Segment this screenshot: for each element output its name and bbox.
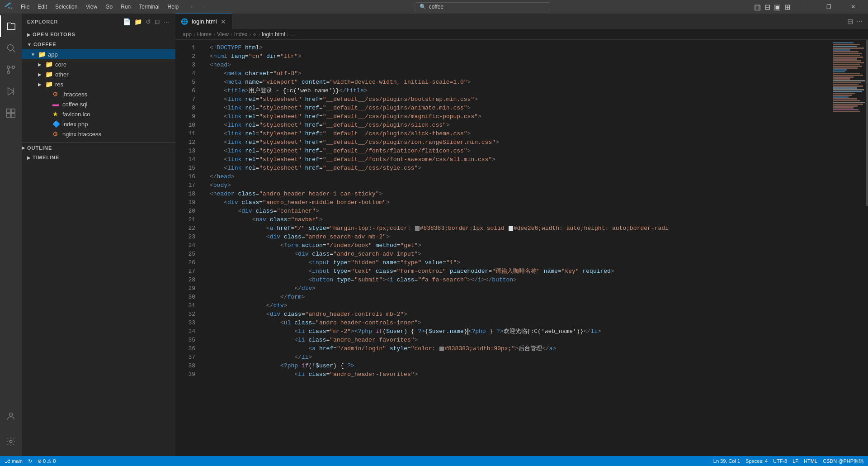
sidebar-item-index-php[interactable]: ▶ 🔷 index.php (22, 119, 175, 129)
menu-help[interactable]: Help (164, 3, 183, 11)
other-folder-icon: 📁 (45, 71, 52, 78)
line-ending-indicator[interactable]: LF (793, 458, 798, 464)
breadcrumb-ellipsis[interactable]: ... (291, 31, 295, 38)
line-9: <link rel="stylesheet" href="__default__… (210, 112, 832, 121)
activity-account[interactable] (0, 405, 22, 427)
timeline-section-header[interactable]: ▶ TIMELINE (22, 152, 175, 162)
language-indicator[interactable]: HTML (804, 458, 817, 464)
sidebar-item-res[interactable]: ▶ 📁 res (22, 79, 175, 89)
line-28: <button type="submit"><i class="fa fa-se… (210, 276, 832, 284)
sync-button[interactable]: ↻ (28, 458, 32, 464)
sidebar-item-favicon[interactable]: ▶ ★ favicon.ico (22, 109, 175, 119)
more-actions-button[interactable]: ··· (857, 17, 863, 25)
menu-bar: File Edit Selection View Go Run Terminal… (17, 3, 182, 11)
sidebar-item-nginx-htaccess[interactable]: ▶ ⚙ nginx.htaccess (22, 129, 175, 139)
line-7: <link rel="stylesheet" href="__default__… (210, 95, 832, 104)
menu-edit[interactable]: Edit (34, 3, 51, 11)
minimap (832, 40, 868, 456)
sidebar-item-htaccess[interactable]: ▶ ⚙ .htaccess (22, 89, 175, 99)
main-container: EXPLORER 📄 📁 ↺ ⊟ ··· ▶ OPEN EDITORS ▼ CO… (0, 14, 868, 456)
refresh-button[interactable]: ↺ (145, 17, 152, 26)
res-arrow: ▶ (38, 82, 45, 87)
titlebar: File Edit Selection View Go Run Terminal… (0, 0, 868, 14)
titlebar-actions: ▥ ⊟ ▣ ⊞ (754, 3, 790, 11)
core-arrow: ▶ (38, 62, 45, 67)
coffee-label: COFFEE (33, 42, 57, 47)
error-count[interactable]: ⊗ 0 ⚠ 0 (38, 458, 56, 464)
line-38: <?php if(!$user) { ?> (210, 361, 832, 370)
nginx-label: nginx.htaccess (62, 131, 101, 138)
sidebar-item-coffee-sql[interactable]: ▶ ▬ coffee.sql (22, 99, 175, 109)
collapse-button[interactable]: ⊟ (154, 17, 161, 26)
breadcrumb-home[interactable]: Home (197, 31, 212, 38)
tab-login-html[interactable]: 🌐 login.html ✕ (175, 14, 232, 29)
line-18: <header class="andro_header header-1 can… (210, 190, 832, 198)
activity-explorer[interactable] (0, 15, 22, 37)
line-23: <div class="andro_search-adv mb-2"> (210, 233, 832, 241)
coffee-section-header[interactable]: ▼ COFFEE (22, 39, 175, 49)
nav-forward-button[interactable]: → (199, 3, 207, 11)
activity-source-control[interactable] (0, 59, 22, 81)
breadcrumb-view[interactable]: View (217, 31, 229, 38)
sidebar-item-app[interactable]: ▼ 📁 app (22, 49, 175, 59)
new-file-button[interactable]: 📄 (122, 17, 132, 26)
line-6: <title>用户登录 - {:c('web_name')}</title> (210, 86, 832, 95)
sidebar-item-core[interactable]: ▶ 📁 core (22, 59, 175, 69)
open-editors-section[interactable]: ▶ OPEN EDITORS (22, 29, 175, 39)
layout2-icon[interactable]: ⊟ (764, 3, 770, 11)
line-20: <div class="container"> (210, 207, 832, 215)
layout3-icon[interactable]: ▣ (774, 3, 781, 11)
svg-point-0 (8, 45, 14, 51)
nav-back-button[interactable]: ← (189, 3, 197, 11)
more-button[interactable]: ··· (163, 17, 170, 26)
line-col-indicator[interactable]: Ln 39, Col 1 (713, 458, 740, 464)
coffee-sql-label: coffee.sql (62, 101, 87, 108)
close-button[interactable]: ✕ (843, 0, 863, 14)
activity-search[interactable] (0, 37, 22, 59)
menu-view[interactable]: View (82, 3, 101, 11)
line-4: <meta charset="utf-8"> (210, 69, 832, 78)
status-bar: ⎇ main ↻ ⊗ 0 ⚠ 0 Ln 39, Col 1 Spaces: 4 … (0, 456, 868, 466)
line-11: <link rel="stylesheet" href="__default__… (210, 129, 832, 138)
activity-settings[interactable] (0, 431, 22, 452)
activity-run[interactable] (0, 81, 22, 102)
line-24: <form action="/index/book" method="get"> (210, 241, 832, 250)
res-folder-icon: 📁 (45, 81, 52, 88)
branch-indicator[interactable]: ⎇ main (5, 458, 23, 464)
breadcrumb-app[interactable]: app (183, 31, 192, 38)
menu-selection[interactable]: Selection (52, 3, 81, 11)
menu-go[interactable]: Go (102, 3, 116, 11)
breadcrumb-php[interactable]: ⟡ (253, 31, 256, 38)
svg-rect-11 (7, 114, 10, 117)
line-2: <html lang="cn" dir="ltr"> (210, 52, 832, 61)
new-folder-button[interactable]: 📁 (133, 17, 143, 26)
svg-point-4 (7, 71, 10, 74)
line-3: <head> (210, 61, 832, 69)
encoding-indicator[interactable]: UTF-8 (773, 458, 787, 464)
open-editors-label: OPEN EDITORS (33, 32, 75, 37)
line-15: <link rel="stylesheet" href="__default__… (210, 164, 832, 172)
layout4-icon[interactable]: ⊞ (784, 3, 790, 11)
activity-extensions[interactable] (0, 102, 22, 124)
layout-icon[interactable]: ▥ (754, 3, 761, 11)
tab-close-button[interactable]: ✕ (221, 18, 226, 25)
minimize-button[interactable]: ─ (794, 0, 815, 14)
htaccess-icon: ⚙ (52, 90, 60, 98)
spaces-indicator[interactable]: Spaces: 4 (745, 458, 768, 464)
search-box[interactable]: 🔍 coffee (415, 2, 550, 11)
code-content[interactable]: <!DOCTYPE html> <html lang="cn" dir="ltr… (203, 40, 832, 456)
line-34: <li class="mr-2"><?php if($user) { ?>{$u… (210, 327, 832, 336)
menu-file[interactable]: File (17, 3, 33, 11)
search-area: 🔍 coffee (214, 2, 750, 11)
menu-terminal[interactable]: Terminal (135, 3, 163, 11)
breadcrumb-loginhtml[interactable]: login.html (262, 31, 285, 38)
outline-section-header[interactable]: ▶ OUTLINE (22, 143, 175, 152)
line-31: </div> (210, 301, 832, 310)
sidebar-item-other[interactable]: ▶ 📁 other (22, 69, 175, 79)
breadcrumb-index[interactable]: Index (234, 31, 247, 38)
other-arrow: ▶ (38, 72, 45, 77)
split-editor-button[interactable]: ⊟ (847, 17, 853, 26)
menu-run[interactable]: Run (117, 3, 134, 11)
restore-button[interactable]: ❐ (818, 0, 839, 14)
svg-point-14 (9, 440, 12, 443)
